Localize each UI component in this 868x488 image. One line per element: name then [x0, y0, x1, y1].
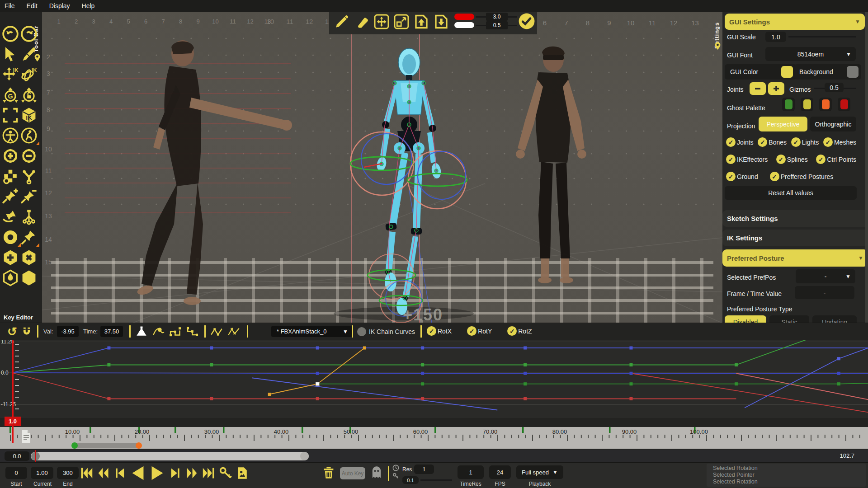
menu-file[interactable]: File [5, 2, 15, 9]
rewind-button[interactable] [96, 466, 110, 480]
sketch-settings-header[interactable]: Sketch Settings▲ [722, 210, 868, 227]
timeline-ruler[interactable]: 10.0020.0030.0040.0050.0060.0070.0080.00… [0, 427, 868, 449]
background-swatch[interactable] [847, 66, 859, 78]
joint-squares-icon[interactable] [2, 168, 19, 185]
play-button[interactable] [149, 465, 165, 481]
curve-blue-diagonal-down[interactable] [252, 378, 497, 410]
skip-end-button[interactable] [202, 466, 216, 480]
pose-doc-button[interactable] [236, 466, 249, 480]
current-frame-field[interactable]: 1.00 [31, 467, 53, 479]
keyframe-marker[interactable] [107, 397, 110, 400]
projection-perspective-button[interactable]: Perspective [759, 117, 807, 131]
keyframe-marker[interactable] [629, 363, 632, 366]
rotate-ik-icon[interactable]: IK [20, 66, 38, 83]
res-slider[interactable] [420, 479, 452, 481]
toggle-meshes[interactable]: ✓Meshes [823, 137, 856, 147]
key-broken-icon[interactable] [227, 325, 241, 337]
keyframe-marker[interactable] [107, 363, 110, 366]
res-slider-value[interactable]: 0.1 [402, 476, 419, 484]
scrollbar-right-knob[interactable] [300, 452, 309, 460]
selected-keyframe-marker[interactable] [316, 382, 319, 386]
posture-type-static-button[interactable]: Static [769, 315, 809, 323]
panel-scrollbar[interactable] [865, 12, 868, 323]
scroll-range-start[interactable]: 0.0 [5, 451, 29, 461]
keyframe-marker[interactable] [629, 347, 632, 350]
pin-tripod-icon[interactable] [20, 208, 38, 225]
keyframe-marker[interactable] [316, 372, 319, 375]
keyframe-marker[interactable] [524, 382, 527, 385]
gravity-gizmo-icon[interactable]: G [2, 86, 19, 103]
keyframe-marker[interactable] [316, 397, 319, 400]
frame-time-value[interactable]: - [795, 286, 854, 299]
posture-type-disabled-button[interactable]: Disabled [725, 315, 766, 323]
step-forward-button[interactable] [169, 466, 182, 480]
pencil-icon[interactable] [334, 14, 350, 30]
pin-remove-icon[interactable] [20, 188, 38, 205]
loop-start-handle[interactable] [71, 442, 78, 449]
undo-icon[interactable] [2, 25, 19, 42]
res-value-field[interactable]: 1 [414, 465, 434, 474]
playhead-frame-label[interactable]: 1.0 [5, 417, 21, 426]
toggle-ctrl-points[interactable]: ✓Ctrl Points [816, 155, 856, 164]
curve-selected-orange[interactable] [269, 348, 364, 394]
hex-solid-icon[interactable] [20, 269, 38, 286]
keyframe-marker[interactable] [210, 363, 213, 366]
loop-range-bar[interactable] [72, 443, 139, 448]
step-back-button[interactable] [113, 466, 127, 480]
keyframe-marker[interactable] [837, 372, 840, 375]
brush-icon[interactable] [20, 46, 38, 63]
bone-wishbone-icon[interactable] [20, 168, 38, 185]
curve-red-diagonal-2[interactable] [736, 373, 868, 399]
toggle-rotx[interactable]: ✓RotX [427, 326, 452, 336]
keyframe-marker[interactable] [210, 347, 213, 350]
toggle-bones[interactable]: ✓Bones [758, 137, 787, 147]
toggle-roty[interactable]: ✓RotY [467, 326, 492, 336]
keyframe-marker[interactable] [837, 382, 840, 385]
key-value-field[interactable]: -3.95 [57, 326, 79, 337]
curve-blue-diagonal-up[interactable] [745, 348, 868, 408]
curve-RotY-upper[interactable] [12, 340, 808, 373]
toggle-ikeffectors[interactable]: ✓IKEffectors [726, 155, 768, 164]
ghost-palette-swatch[interactable] [819, 98, 832, 111]
gui-scale-value[interactable]: 1.0 [765, 32, 786, 42]
save-down-icon[interactable] [433, 14, 449, 30]
gui-font-dropdown[interactable]: 8514oem ▼ [765, 47, 856, 61]
magnet-snap-icon[interactable] [21, 326, 33, 338]
keyframe-marker[interactable] [524, 372, 527, 375]
key-linear-icon[interactable] [135, 325, 148, 337]
keyframe-marker[interactable] [524, 363, 527, 366]
keyframe-marker[interactable] [524, 347, 527, 350]
key-small-icon[interactable] [392, 473, 399, 479]
fast-forward-button[interactable] [185, 466, 199, 480]
gui-settings-header[interactable]: GUI Settings▼ [725, 14, 865, 30]
toggle-joints[interactable]: ✓Joints [726, 137, 754, 147]
hex-drop-icon[interactable] [2, 269, 19, 286]
keyframe-marker[interactable] [629, 382, 632, 385]
keyframe-marker[interactable] [421, 372, 424, 375]
alpha-value[interactable]: 0.5 [486, 21, 508, 29]
viewport-3d[interactable]: 1234567891011121310111213678910111213237… [42, 12, 722, 323]
key-step-a-icon[interactable] [169, 325, 183, 337]
chain-add-icon[interactable] [2, 147, 19, 164]
gui-color-swatch[interactable] [781, 66, 793, 78]
auto-key-button[interactable]: Auto Key [340, 467, 365, 479]
keyframe-marker[interactable] [421, 397, 424, 400]
hex-delete-icon[interactable] [20, 249, 38, 266]
loop-end-handle[interactable] [136, 442, 142, 449]
gui-color-button[interactable]: GUI Color [725, 64, 797, 80]
pin-icon[interactable] [20, 229, 38, 246]
fps-field[interactable]: 24 [489, 465, 511, 479]
timeres-field[interactable]: 1 [458, 465, 484, 479]
playback-speed-dropdown[interactable]: Full speed ▼ [516, 465, 563, 479]
ghost-mode-icon[interactable] [370, 465, 383, 479]
preferred-posture-header[interactable]: Preferred Posture▼ [722, 249, 868, 267]
posture-type-updating-button[interactable]: Updating [812, 315, 857, 323]
tpose-figure-icon[interactable] [2, 127, 19, 144]
delete-keys-icon[interactable] [322, 465, 335, 480]
keyframe-marker[interactable] [421, 382, 424, 385]
ghost-palette-swatch[interactable] [782, 98, 795, 111]
toggle-lights[interactable]: ✓Lights [791, 137, 819, 147]
select-cursor-icon[interactable] [2, 46, 19, 63]
selected-prefpos-dropdown[interactable]: - ▼ [796, 269, 855, 283]
keyframe-marker[interactable] [629, 397, 632, 400]
